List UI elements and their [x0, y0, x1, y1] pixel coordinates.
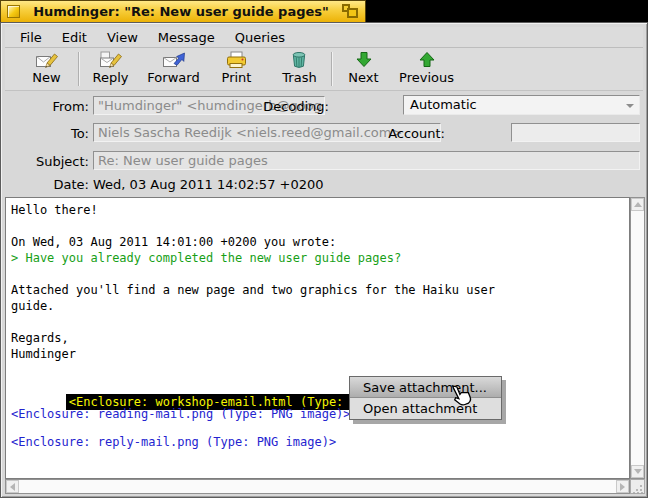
- message-header-panel: From: "Humdinger" <humdingerb@goog Decod…: [5, 91, 643, 197]
- resize-grip[interactable]: [630, 479, 645, 494]
- window-title: Humdinger: "Re: New user guide pages": [20, 4, 342, 19]
- account-field[interactable]: [511, 123, 640, 142]
- scroll-down-button[interactable]: [631, 465, 644, 478]
- mail-window: File Edit View Message Queries New: [0, 22, 648, 498]
- window-title-tab[interactable]: Humdinger: "Re: New user guide pages": [0, 0, 366, 22]
- toolbar-button-forward[interactable]: Forward: [142, 48, 205, 90]
- body-line: Regards,: [11, 330, 624, 346]
- decoding-dropdown[interactable]: Automatic: [403, 95, 640, 115]
- dropdown-arrow-icon: [626, 104, 634, 108]
- screenshot-stage: Humdinger: "Re: New user guide pages" Fi…: [0, 0, 648, 498]
- attachment-line-selected[interactable]: <Enclosure: workshop-email.html (Type: H…: [11, 378, 624, 394]
- body-line: On Wed, 03 Aug 2011 14:01:00 +0200 you w…: [11, 234, 624, 250]
- new-mail-icon: [35, 51, 59, 69]
- from-label: From:: [9, 97, 89, 116]
- print-icon: [225, 51, 249, 69]
- body-line: Hello there!: [11, 202, 624, 218]
- toolbar-button-new[interactable]: New: [15, 48, 78, 90]
- toolbar-button-print[interactable]: Print: [205, 48, 268, 90]
- zoom-button[interactable]: [342, 4, 359, 19]
- body-line: guide.: [11, 298, 624, 314]
- toolbar: New Reply Forw: [5, 48, 643, 91]
- up-arrow-icon: [634, 202, 642, 207]
- scroll-left-button[interactable]: [6, 480, 19, 493]
- down-arrow-icon: [634, 469, 642, 474]
- body-line-blank: [11, 314, 624, 330]
- body-line-blank: [11, 266, 624, 282]
- menu-view[interactable]: View: [97, 28, 148, 47]
- body-line-blank: [11, 218, 624, 234]
- forward-icon: [162, 51, 186, 69]
- next-arrow-icon: [352, 51, 376, 69]
- toolbar-button-reply[interactable]: Reply: [79, 48, 142, 90]
- body-line: Humdinger: [11, 346, 624, 362]
- date-value: Wed, 03 Aug 2011 14:02:57 +0200: [93, 175, 324, 194]
- menu-file[interactable]: File: [10, 28, 52, 47]
- zoom-icon-big: [347, 8, 358, 18]
- subject-field[interactable]: Re: New user guide pages: [93, 151, 640, 170]
- context-menu: Save attachment... Open attachment: [349, 376, 502, 420]
- quoted-text-line: > Have you already completed the new use…: [11, 250, 624, 266]
- subject-label: Subject:: [9, 152, 89, 171]
- close-button[interactable]: [7, 5, 20, 18]
- toolbar-button-previous[interactable]: Previous: [395, 48, 458, 90]
- body-line-blank: [11, 422, 624, 434]
- account-label: Account:: [381, 124, 445, 143]
- reply-icon: [99, 51, 123, 69]
- message-body[interactable]: Hello there! On Wed, 03 Aug 2011 14:01:0…: [5, 197, 630, 479]
- to-label: To:: [9, 124, 89, 143]
- menu-bar: File Edit View Message Queries: [5, 27, 643, 48]
- menu-item-open-attachment[interactable]: Open attachment: [350, 398, 501, 419]
- horizontal-scrollbar[interactable]: [5, 479, 630, 494]
- vertical-scrollbar[interactable]: [630, 197, 645, 479]
- attachment-line[interactable]: <Enclosure: reading-mail.png (Type: PNG …: [11, 406, 624, 422]
- menu-message[interactable]: Message: [148, 28, 225, 47]
- toolbar-button-next[interactable]: Next: [332, 48, 395, 90]
- menu-queries[interactable]: Queries: [225, 28, 295, 47]
- attachment-line[interactable]: <Enclosure: reply-mail.png (Type: PNG im…: [11, 434, 624, 450]
- menu-item-save-attachment[interactable]: Save attachment...: [350, 377, 501, 398]
- left-arrow-icon: [10, 483, 15, 491]
- body-line-blank: [11, 362, 624, 378]
- grip-dots-icon: [631, 480, 646, 495]
- decoding-value: Automatic: [410, 97, 477, 112]
- right-arrow-icon: [620, 483, 625, 491]
- previous-arrow-icon: [415, 51, 439, 69]
- date-label: Date:: [9, 175, 89, 194]
- decoding-label: Decoding:: [259, 97, 329, 116]
- menu-edit[interactable]: Edit: [52, 28, 97, 47]
- scroll-up-button[interactable]: [631, 198, 644, 211]
- body-line: Attached you'll find a new page and two …: [11, 282, 624, 298]
- toolbar-button-trash[interactable]: Trash: [268, 48, 331, 90]
- trash-icon: [288, 51, 312, 69]
- scroll-right-button[interactable]: [616, 480, 629, 493]
